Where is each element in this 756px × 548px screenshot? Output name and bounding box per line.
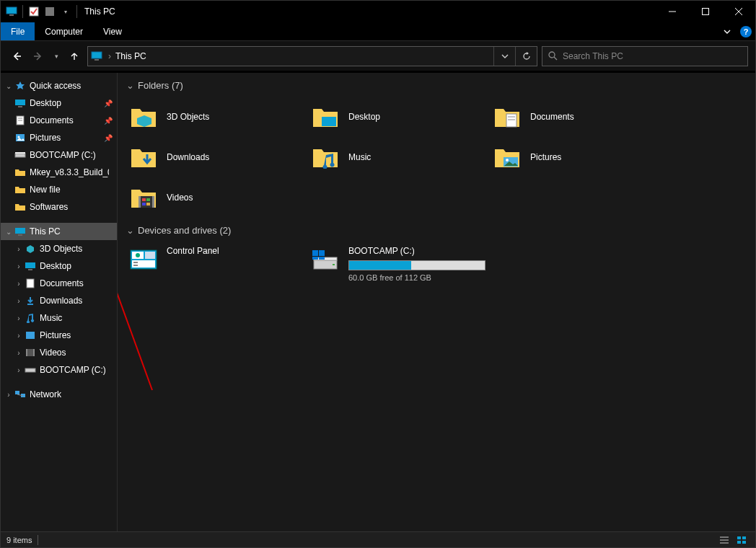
svg-rect-49 bbox=[146, 203, 150, 206]
tab-computer[interactable]: Computer bbox=[35, 22, 93, 40]
chevron-right-icon[interactable]: › bbox=[4, 391, 14, 399]
chevron-right-icon[interactable]: › bbox=[14, 314, 24, 322]
folder-tile-downloads[interactable]: Downloads bbox=[126, 137, 308, 177]
tile-label: Pictures bbox=[530, 152, 561, 162]
address-bar[interactable]: › This PC bbox=[87, 46, 537, 66]
thispc-icon bbox=[5, 5, 18, 18]
tree-item[interactable]: ›BOOTCAMP (C:) bbox=[1, 361, 117, 379]
tree-label: BOOTCAMP (C:) bbox=[40, 365, 106, 375]
folder-tile-desktop[interactable]: Desktop bbox=[308, 97, 490, 137]
chevron-right-icon[interactable]: › bbox=[105, 51, 114, 61]
tree-network[interactable]: › Network bbox=[1, 386, 117, 403]
tile-label: Downloads bbox=[167, 152, 209, 162]
chevron-right-icon[interactable]: › bbox=[14, 280, 24, 288]
minimize-button[interactable] bbox=[656, 1, 689, 22]
svg-rect-68 bbox=[737, 536, 741, 539]
3d-icon bbox=[24, 243, 37, 255]
tiles-view-button[interactable] bbox=[734, 534, 750, 547]
tree-label: Documents bbox=[30, 115, 74, 125]
pin-icon: 📌 bbox=[104, 117, 113, 125]
tree-item[interactable]: Pictures 📌 bbox=[1, 129, 117, 146]
qat-dropdown-icon[interactable]: ▾ bbox=[59, 5, 72, 18]
device-tile-bootcamp-c[interactable]: BOOTCAMP (C:) 60.0 GB free of 112 GB bbox=[308, 244, 490, 282]
details-view-button[interactable] bbox=[716, 534, 732, 547]
properties-icon[interactable] bbox=[27, 5, 40, 18]
chevron-right-icon[interactable]: › bbox=[14, 366, 24, 374]
desktop-icon bbox=[309, 101, 341, 133]
tree-label: Videos bbox=[40, 348, 66, 358]
tile-label: Videos bbox=[167, 193, 193, 203]
up-button[interactable] bbox=[66, 48, 83, 65]
group-header-devices[interactable]: ⌄ Devices and drives (2) bbox=[126, 218, 755, 242]
refresh-button[interactable] bbox=[515, 47, 537, 66]
svg-rect-23 bbox=[15, 228, 25, 234]
drive-icon bbox=[309, 244, 341, 276]
svg-point-42 bbox=[506, 159, 509, 162]
videos-icon bbox=[128, 182, 159, 213]
tree-item[interactable]: Softwares bbox=[1, 198, 117, 216]
status-divider bbox=[38, 535, 38, 545]
svg-line-13 bbox=[554, 57, 557, 60]
forward-button[interactable] bbox=[30, 48, 47, 65]
group-header-folders[interactable]: ⌄ Folders (7) bbox=[126, 73, 755, 97]
svg-rect-38 bbox=[506, 114, 517, 127]
folder-tile-3d-objects[interactable]: 3D Objects bbox=[126, 97, 308, 137]
folder-tile-videos[interactable]: Videos bbox=[126, 177, 308, 218]
maximize-button[interactable] bbox=[689, 1, 722, 22]
help-button[interactable]: ? bbox=[737, 22, 755, 40]
tab-file[interactable]: File bbox=[1, 22, 35, 40]
group-title: Devices and drives (2) bbox=[138, 225, 231, 236]
tab-view[interactable]: View bbox=[93, 22, 132, 40]
tree-item[interactable]: Documents 📌 bbox=[1, 112, 117, 129]
svg-rect-14 bbox=[15, 100, 25, 105]
tree-quick-access[interactable]: ⌄ Quick access bbox=[1, 77, 117, 94]
folder-tile-documents[interactable]: Documents bbox=[490, 97, 672, 137]
tree-this-pc[interactable]: ⌄ This PC bbox=[1, 223, 117, 240]
tree-item[interactable]: ›Downloads bbox=[1, 292, 117, 309]
chevron-right-icon[interactable]: › bbox=[14, 332, 24, 340]
back-button[interactable] bbox=[8, 48, 25, 65]
content-pane: ⌄ Folders (7) 3D Objects Desktop Documen… bbox=[118, 73, 755, 531]
chevron-down-icon[interactable]: ⌄ bbox=[4, 228, 14, 236]
tree-item[interactable]: ›Videos bbox=[1, 344, 117, 361]
ribbon-collapse-button[interactable] bbox=[718, 22, 737, 40]
recent-locations-button[interactable]: ▾ bbox=[51, 48, 61, 65]
chevron-right-icon[interactable]: › bbox=[14, 349, 24, 357]
tree-item[interactable]: Desktop 📌 bbox=[1, 94, 117, 112]
tree-item[interactable]: Mkey_v8.3.3_Build_061019 bbox=[1, 164, 117, 181]
tree-item[interactable]: ›Pictures bbox=[1, 327, 117, 344]
tree-item[interactable]: ›Desktop bbox=[1, 257, 117, 275]
folder-tile-pictures[interactable]: Pictures bbox=[490, 137, 672, 177]
videos-icon bbox=[24, 347, 37, 358]
search-box[interactable] bbox=[542, 46, 748, 66]
tree-item[interactable]: ›Music bbox=[1, 309, 117, 327]
svg-rect-21 bbox=[15, 154, 25, 157]
svg-rect-10 bbox=[92, 52, 102, 58]
breadcrumb-segment[interactable]: This PC bbox=[114, 51, 146, 61]
folder-icon bbox=[14, 167, 27, 178]
device-tile-control-panel[interactable]: Control Panel bbox=[126, 244, 308, 282]
folder-tile-music[interactable]: Music bbox=[308, 137, 490, 177]
tree-label: Network bbox=[30, 389, 61, 399]
chevron-right-icon[interactable]: › bbox=[14, 262, 24, 270]
drive-usage-bar bbox=[348, 260, 485, 270]
svg-rect-47 bbox=[146, 198, 150, 201]
chevron-down-icon[interactable]: ⌄ bbox=[4, 82, 14, 90]
svg-rect-11 bbox=[94, 59, 99, 61]
status-bar: 9 items bbox=[1, 531, 755, 547]
tree-item[interactable]: New file bbox=[1, 181, 117, 198]
address-dropdown-button[interactable] bbox=[493, 47, 515, 66]
close-button[interactable] bbox=[722, 1, 755, 22]
search-input[interactable] bbox=[563, 51, 747, 61]
tile-label: Desktop bbox=[348, 112, 380, 122]
tree-item[interactable]: ›3D Objects bbox=[1, 240, 117, 257]
documents-icon bbox=[491, 101, 523, 133]
tree-item[interactable]: ›Documents bbox=[1, 275, 117, 292]
qat-new-icon[interactable] bbox=[43, 5, 56, 18]
chevron-right-icon[interactable]: › bbox=[14, 297, 24, 305]
ribbon-tabs: File Computer View ? bbox=[1, 22, 755, 41]
downloads-icon bbox=[24, 295, 37, 306]
thispc-icon bbox=[14, 226, 27, 237]
tree-item[interactable]: BOOTCAMP (C:) bbox=[1, 146, 117, 164]
chevron-right-icon[interactable]: › bbox=[14, 245, 24, 253]
